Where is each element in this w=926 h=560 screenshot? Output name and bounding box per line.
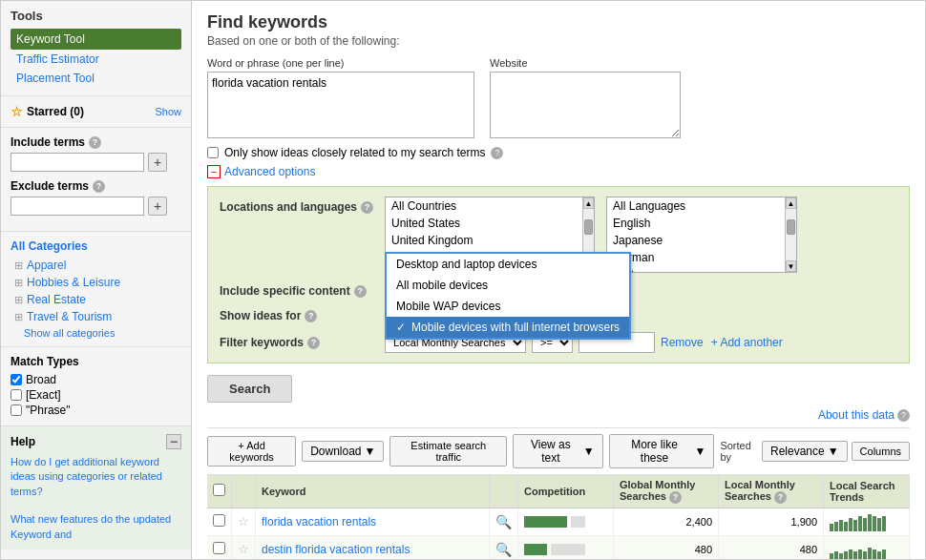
location-all-countries[interactable]: All Countries bbox=[386, 197, 594, 215]
relevance-button[interactable]: Relevance ▼ bbox=[762, 441, 848, 462]
locations-help-icon[interactable]: ? bbox=[361, 201, 373, 214]
keyword-textarea[interactable]: florida vacation rentals bbox=[207, 72, 474, 138]
match-phrase-checkbox[interactable] bbox=[11, 404, 22, 416]
match-exact-checkbox[interactable] bbox=[11, 389, 22, 401]
related-help-icon[interactable]: ? bbox=[491, 147, 503, 159]
star-empty-icon[interactable]: ☆ bbox=[238, 542, 249, 556]
minimize-button[interactable]: − bbox=[166, 434, 181, 449]
show-all-categories-link[interactable]: Show all categories bbox=[24, 327, 181, 339]
add-keywords-button[interactable]: + Add keywords bbox=[207, 436, 296, 467]
lang-japanese[interactable]: Japanese bbox=[607, 232, 796, 249]
device-dropdown[interactable]: Desktop and laptop devices All mobile de… bbox=[385, 252, 631, 340]
download-button[interactable]: Download ▼ bbox=[302, 441, 384, 462]
locations-label: Locations and languages ? bbox=[220, 197, 373, 214]
magnify-icon[interactable]: 🔍 bbox=[495, 514, 512, 529]
global-help-icon[interactable]: ? bbox=[669, 491, 682, 504]
row-checkbox-1[interactable] bbox=[213, 542, 225, 554]
languages-listbox[interactable]: All Languages English Japanese German Po… bbox=[606, 197, 797, 273]
add-filter-link[interactable]: + Add another bbox=[711, 336, 783, 349]
include-terms-label: Include terms ? bbox=[11, 135, 181, 149]
about-data-link[interactable]: About this data bbox=[818, 408, 894, 422]
lang-scroll-up[interactable]: ▲ bbox=[786, 197, 796, 209]
lang-scroll-thumb bbox=[787, 219, 795, 235]
languages-list: All Languages English Japanese German Po… bbox=[607, 197, 796, 273]
include-terms-help-icon[interactable]: ? bbox=[89, 136, 101, 149]
starred-show-link[interactable]: Show bbox=[155, 106, 181, 117]
exclude-terms-help-icon[interactable]: ? bbox=[93, 180, 105, 193]
row-magnify-cell: 🔍 bbox=[490, 508, 518, 535]
website-label: Website bbox=[490, 57, 681, 69]
all-categories-link[interactable]: All Categories bbox=[11, 239, 181, 253]
sidebar-item-traffic-estimator[interactable]: Traffic Estimator bbox=[11, 50, 181, 69]
location-uk[interactable]: United Kingdom bbox=[386, 232, 594, 249]
keyword-link[interactable]: destin florida vacation rentals bbox=[262, 543, 410, 556]
help-title: Help bbox=[11, 435, 35, 448]
exclude-terms-input[interactable] bbox=[11, 197, 144, 216]
category-plus-icon: ⊞ bbox=[14, 294, 23, 306]
starred-title: ☆ Starred (0) bbox=[11, 104, 84, 119]
sidebar-item-keyword-tool[interactable]: Keyword Tool bbox=[11, 29, 181, 50]
view-as-text-button[interactable]: View as text ▼ bbox=[513, 434, 603, 468]
estimate-traffic-button[interactable]: Estimate search traffic bbox=[389, 436, 507, 467]
trend-bar bbox=[868, 514, 872, 531]
keyword-link[interactable]: florida vacation rentals bbox=[262, 515, 376, 529]
toolbar-right: Sorted by Relevance ▼ Columns bbox=[720, 440, 910, 463]
row-checkbox-0[interactable] bbox=[213, 514, 225, 527]
exclude-terms-add-button[interactable]: + bbox=[148, 197, 167, 216]
match-broad-checkbox[interactable] bbox=[11, 374, 22, 385]
category-real-estate[interactable]: ⊞ Real Estate bbox=[11, 291, 181, 308]
lang-english[interactable]: English bbox=[607, 215, 796, 232]
advanced-options-link[interactable]: Advanced options bbox=[224, 165, 315, 178]
include-terms-section: Include terms ? + Exclude terms ? + bbox=[1, 128, 191, 232]
view-arrow-icon: ▼ bbox=[583, 445, 595, 458]
trend-bar bbox=[863, 518, 867, 531]
category-travel[interactable]: ⊞ Travel & Tourism bbox=[11, 308, 181, 325]
include-terms-add-button[interactable]: + bbox=[148, 153, 167, 172]
lang-portuguese[interactable]: Portuguese bbox=[607, 266, 796, 273]
competition-bar bbox=[524, 544, 607, 555]
exclude-terms-row: + bbox=[11, 197, 181, 216]
page-title: Find keywords bbox=[207, 12, 910, 32]
lang-scroll-down[interactable]: ▼ bbox=[786, 260, 796, 272]
select-all-checkbox[interactable] bbox=[213, 484, 225, 496]
col-checkbox bbox=[207, 475, 232, 508]
columns-button[interactable]: Columns bbox=[852, 442, 910, 461]
magnify-icon[interactable]: 🔍 bbox=[495, 542, 512, 557]
help-text-2[interactable]: What new features do the updated Keyword… bbox=[11, 512, 181, 542]
options-panel: Locations and languages ? All Countries … bbox=[207, 186, 910, 363]
results-tbody: ☆ florida vacation rentals 🔍 2,400 1,900… bbox=[207, 508, 910, 559]
show-ideas-help-icon[interactable]: ? bbox=[305, 310, 317, 322]
more-like-these-button[interactable]: More like these ▼ bbox=[609, 434, 715, 468]
local-help-icon[interactable]: ? bbox=[774, 491, 787, 504]
sidebar-item-placement-tool[interactable]: Placement Tool bbox=[11, 69, 181, 88]
dropdown-item-wap[interactable]: Mobile WAP devices bbox=[387, 296, 629, 317]
include-content-label: Include specific content ? bbox=[220, 280, 373, 298]
tools-section: Tools Keyword Tool Traffic Estimator Pla… bbox=[1, 1, 191, 96]
dropdown-item-label: Mobile devices with full internet browse… bbox=[411, 321, 620, 334]
dropdown-item-all-mobile[interactable]: All mobile devices bbox=[387, 275, 629, 296]
match-types-section: Match Types Broad [Exact] "Phrase" bbox=[1, 347, 191, 426]
languages-scrollbar[interactable]: ▲ ▼ bbox=[785, 197, 796, 272]
lang-german[interactable]: German bbox=[607, 249, 796, 266]
about-data-help-icon[interactable]: ? bbox=[897, 409, 910, 422]
related-checkbox[interactable] bbox=[207, 147, 219, 158]
filter-remove-link[interactable]: Remove bbox=[661, 336, 704, 349]
advanced-collapse-button[interactable]: − bbox=[207, 165, 221, 178]
keyword-label: Word or phrase (one per line) bbox=[207, 57, 474, 69]
dropdown-item-full-browser[interactable]: ✓ Mobile devices with full internet brow… bbox=[387, 317, 629, 338]
content-help-icon[interactable]: ? bbox=[354, 285, 367, 298]
category-hobbies[interactable]: ⊞ Hobbies & Leisure bbox=[11, 274, 181, 291]
help-text-1[interactable]: How do I get additional keyword ideas us… bbox=[11, 455, 181, 499]
dropdown-item-desktop[interactable]: Desktop and laptop devices bbox=[387, 254, 629, 275]
results-table: Keyword Competition Global Monthly Searc… bbox=[207, 475, 910, 559]
website-input[interactable] bbox=[490, 72, 681, 138]
category-apparel[interactable]: ⊞ Apparel bbox=[11, 257, 181, 274]
lang-all[interactable]: All Languages bbox=[607, 197, 796, 215]
search-button[interactable]: Search bbox=[207, 375, 292, 403]
row-trend-cell bbox=[824, 508, 910, 535]
include-terms-input[interactable] bbox=[11, 153, 144, 172]
location-us[interactable]: United States bbox=[386, 215, 594, 232]
star-empty-icon[interactable]: ☆ bbox=[238, 514, 249, 529]
filter-help-icon[interactable]: ? bbox=[307, 337, 320, 349]
scroll-up-button[interactable]: ▲ bbox=[583, 197, 594, 209]
